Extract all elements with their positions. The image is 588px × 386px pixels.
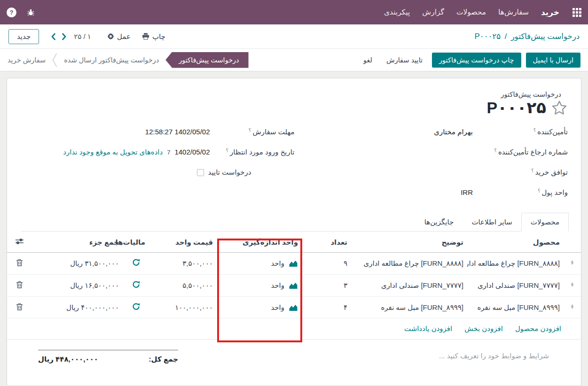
delete-row-button[interactable] [6, 253, 32, 266]
table-row[interactable]: ▲▼ [FURN_۸۹۹۹] مبل سه نفره [FURN_۸۹۹۹] م… [7, 297, 581, 319]
sliders-icon [15, 238, 24, 245]
total-label: جمع کل: [149, 355, 178, 363]
order-deadline-field: مهلت سفارش؟ 12:58:27 1402/05/02 [21, 128, 295, 138]
uom-cell[interactable]: واحد [217, 297, 302, 318]
tab-alternatives[interactable]: جایگزین‌ها [416, 213, 463, 231]
tab-other-info[interactable]: سایر اطلاعات [463, 213, 521, 231]
navbar-menus: خرید سفارش‌ها محصولات گزارش پیکربندی [384, 8, 581, 17]
col-product[interactable]: محصول [467, 232, 564, 252]
drag-handle[interactable]: ▲▼ [564, 297, 581, 309]
drag-handle[interactable]: ▲▼ [564, 253, 581, 265]
action-menu-label: عمل [117, 32, 131, 41]
stage-rfq-active[interactable]: درخواست پیش‌فاکتور [165, 52, 248, 68]
breadcrumb-current: P۰۰۰۲۵ [475, 32, 501, 41]
menu-orders[interactable]: سفارش‌ها [498, 8, 529, 16]
uom-cell[interactable]: واحد [217, 253, 302, 274]
table-row[interactable]: ▲▼ [FURN_۸۸۸۸] چراغ مطالعه اداری [FURN_۸… [7, 253, 581, 275]
menu-reporting[interactable]: گزارش [422, 8, 444, 16]
pager-next[interactable] [59, 32, 69, 41]
tab-products[interactable]: محصولات [521, 213, 569, 232]
area-chart-icon[interactable] [289, 304, 298, 311]
app-name-purchase[interactable]: خرید [541, 8, 559, 17]
table-footer-links: افزودن محصول افزودن بخش افزودن یادداشت [7, 318, 581, 340]
new-button[interactable]: جدید [8, 29, 39, 44]
currency-field: واحد پول؟ IRR [295, 188, 568, 199]
favorite-star-icon[interactable] [551, 100, 568, 116]
col-taxes[interactable]: مالیات‌ها [123, 232, 149, 252]
terms-input[interactable]: شرایط و ضوابط خود را تعریف کنید ... [439, 347, 549, 360]
refresh-taxes-icon[interactable] [132, 303, 140, 311]
product-cell[interactable]: [FURN_۸۸۸۸] چراغ مطالعه اداری [467, 253, 564, 274]
col-subtotal[interactable]: جمع جزء [32, 232, 123, 252]
col-unit-price[interactable]: قیمت واحد [149, 232, 217, 252]
expected-arrival-value[interactable]: 1402/05/02 [174, 148, 210, 156]
help-marker: ؟ [538, 188, 540, 193]
stage-purchase-order[interactable]: سفارش خرید [8, 56, 46, 64]
add-note-link[interactable]: افزودن یادداشت [404, 324, 452, 333]
subtotal-cell: ۱۶,۵۰۰,۰۰۰ ریال [32, 275, 123, 296]
odoo-purchase-app: خرید سفارش‌ها محصولات گزارش پیکربندی ? [0, 0, 588, 386]
menu-configuration[interactable]: پیکربندی [384, 8, 410, 16]
header-action-buttons: ارسال با ایمیل چاپ درخواست پیش‌فاکتور تا… [359, 53, 580, 68]
add-product-link[interactable]: افزودن محصول [515, 324, 561, 333]
area-chart-icon[interactable] [289, 260, 298, 267]
stage-rfq-sent[interactable]: درخواست پیش‌فاکتور ارسال شده [64, 56, 159, 64]
bug-icon[interactable] [27, 8, 35, 16]
breadcrumb-parent[interactable]: درخواست پیش‌فاکتور [511, 32, 580, 40]
area-chart-icon[interactable] [289, 282, 298, 289]
col-description[interactable]: توضیح [351, 232, 467, 252]
supplier-value[interactable]: بهرام مختاری [434, 128, 473, 136]
delete-row-button[interactable] [6, 275, 32, 288]
order-deadline-value[interactable]: 12:58:27 1402/05/02 [145, 128, 210, 136]
delete-row-button[interactable] [6, 297, 32, 310]
taxes-cell[interactable] [123, 253, 149, 267]
price-cell[interactable]: ۱۰۰,۰۰۰,۰۰۰ [149, 297, 217, 318]
price-cell[interactable]: ۳,۵۰۰,۰۰۰ [149, 253, 217, 274]
menu-products[interactable]: محصولات [456, 8, 486, 16]
form-bottom: شرایط و ضوابط خود را تعریف کنید ... جمع … [21, 340, 568, 363]
refresh-taxes-icon[interactable] [132, 259, 140, 267]
currency-value[interactable]: IRR [461, 188, 473, 196]
description-cell[interactable]: [FURN_۸۸۸۸] چراغ مطالعه اداری [351, 253, 467, 274]
ask-confirmation-checkbox[interactable] [197, 169, 204, 176]
product-cell[interactable]: [FURN_۷۷۷۷] صندلی اداری [467, 275, 564, 296]
subtotal-cell: ۴۰۰,۰۰۰,۰۰۰ ریال [32, 297, 123, 318]
qty-cell[interactable]: ۹ [302, 253, 351, 274]
drag-handle[interactable]: ▲▼ [564, 275, 581, 287]
help-icon[interactable]: ? [7, 8, 16, 17]
table-row[interactable]: ▲▼ [FURN_۷۷۷۷] صندلی اداری [FURN_۷۷۷۷] ص… [7, 275, 581, 297]
description-cell[interactable]: [FURN_۷۷۷۷] صندلی اداری [351, 275, 467, 296]
optional-columns-toggle[interactable] [6, 232, 32, 245]
cancel-button[interactable]: لغو [359, 53, 377, 68]
uom-cell[interactable]: واحد [217, 275, 302, 296]
confirm-order-button[interactable]: تایید سفارش [382, 53, 427, 68]
table-header-row: محصول توضیح تعداد واحد اندازه‌گیری قیمت … [7, 232, 581, 253]
fields-left-column: مهلت سفارش؟ 12:58:27 1402/05/02 تاریخ ور… [21, 128, 295, 199]
refresh-taxes-icon[interactable] [132, 281, 140, 289]
pager-previous[interactable] [48, 32, 59, 41]
taxes-cell[interactable] [123, 297, 149, 311]
supplier-field: تأمین‌کننده؟ بهرام مختاری [295, 128, 568, 138]
total-amount: ۴۴۸,۰۰۰,۰۰۰ ریال [38, 355, 98, 363]
qty-cell[interactable]: ۴ [302, 297, 351, 318]
action-menu-button[interactable]: عمل [107, 32, 131, 41]
trash-icon [16, 259, 23, 266]
stage-separator-chevron-icon [52, 53, 57, 67]
apps-grid-icon[interactable] [572, 8, 581, 17]
totals-block: جمع کل: ۴۴۸,۰۰۰,۰۰۰ ریال [38, 350, 178, 363]
qty-cell[interactable]: ۳ [302, 275, 351, 296]
price-cell[interactable]: ۵,۵۰۰,۰۰۰ [149, 275, 217, 296]
doc-number: P۰۰۰۲۵ [487, 99, 546, 116]
table-body: ▲▼ [FURN_۸۸۸۸] چراغ مطالعه اداری [FURN_۸… [7, 253, 581, 318]
col-quantity[interactable]: تعداد [302, 232, 351, 252]
print-rfq-button[interactable]: چاپ درخواست پیش‌فاکتور [432, 53, 521, 68]
print-menu-button[interactable]: چاپ [142, 32, 165, 41]
delivery-data-link[interactable]: داده‌های تحویل به موقع وجود ندارد [63, 148, 163, 156]
description-cell[interactable]: [FURN_۸۹۹۹] مبل سه نفره [351, 297, 467, 318]
col-uom[interactable]: واحد اندازه‌گیری [217, 232, 302, 252]
send-email-button[interactable]: ارسال با ایمیل [526, 53, 580, 68]
printer-icon [142, 33, 149, 40]
product-cell[interactable]: [FURN_۸۹۹۹] مبل سه نفره [467, 297, 564, 318]
add-section-link[interactable]: افزودن بخش [464, 324, 503, 333]
taxes-cell[interactable] [123, 275, 149, 289]
